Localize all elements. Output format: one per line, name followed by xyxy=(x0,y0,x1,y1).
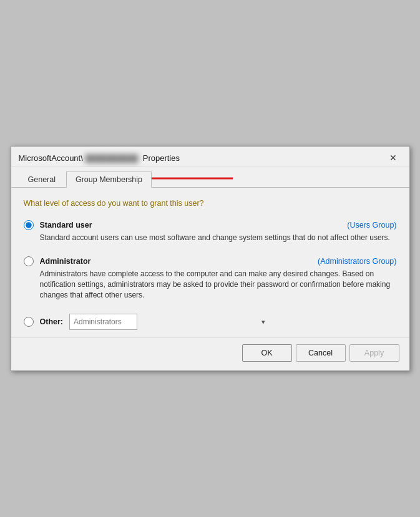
other-select[interactable]: Administrators Guests Users Power Users xyxy=(69,314,137,330)
standard-user-header: Standard user (Users Group) xyxy=(24,220,397,230)
standard-user-group: (Users Group) xyxy=(347,221,396,230)
other-select-wrapper: Administrators Guests Users Power Users xyxy=(69,314,269,330)
administrator-option: Administrator (Administrators Group) Adm… xyxy=(24,256,397,301)
standard-user-left: Standard user xyxy=(24,220,92,230)
dialog-title: MicrosoftAccount\ ██████████ Properties xyxy=(19,153,180,163)
tab-bar: General Group Membership xyxy=(11,167,409,188)
ok-button[interactable]: OK xyxy=(242,344,292,362)
tabs-wrapper: General Group Membership xyxy=(11,167,409,188)
administrator-radio[interactable] xyxy=(24,256,34,266)
properties-dialog: MicrosoftAccount\ ██████████ Properties … xyxy=(11,146,410,371)
standard-user-radio[interactable] xyxy=(24,220,34,230)
administrator-header: Administrator (Administrators Group) xyxy=(24,256,397,266)
administrator-desc: Administrators have complete access to t… xyxy=(40,269,397,301)
other-option-row: Other: Administrators Guests Users Power… xyxy=(24,314,397,330)
other-label: Other: xyxy=(40,317,64,326)
tab-group-membership[interactable]: Group Membership xyxy=(66,172,152,188)
cancel-button[interactable]: Cancel xyxy=(296,344,346,362)
administrator-label: Administrator xyxy=(40,257,91,266)
dialog-footer: OK Cancel Apply xyxy=(11,337,409,370)
standard-user-label: Standard user xyxy=(40,221,92,230)
tab-content: What level of access do you want to gran… xyxy=(11,188,409,337)
apply-button[interactable]: Apply xyxy=(349,344,399,362)
administrator-left: Administrator xyxy=(24,256,91,266)
title-account: MicrosoftAccount\ xyxy=(19,153,83,163)
access-question: What level of access do you want to gran… xyxy=(24,199,397,208)
other-radio[interactable] xyxy=(24,317,34,327)
administrator-group: (Administrators Group) xyxy=(318,257,396,266)
standard-user-desc: Standard account users can use most soft… xyxy=(40,233,397,243)
tab-general[interactable]: General xyxy=(19,172,65,188)
title-bar: MicrosoftAccount\ ██████████ Properties … xyxy=(11,147,409,167)
title-properties: Properties xyxy=(143,153,180,163)
standard-user-option: Standard user (Users Group) Standard acc… xyxy=(24,220,397,243)
close-button[interactable]: ✕ xyxy=(384,152,402,164)
